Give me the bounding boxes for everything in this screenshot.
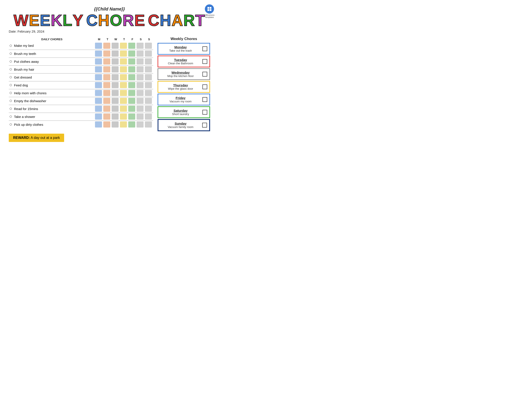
day-checkbox-cell[interactable] [103,89,112,97]
day-checkbox-cell[interactable] [145,105,153,113]
day-checkbox-cell[interactable] [145,89,153,97]
day-box [128,113,135,120]
day-checkbox-cell[interactable] [103,50,112,57]
day-checkbox-cell[interactable] [137,65,145,73]
weekly-checkbox[interactable] [202,84,207,89]
weekly-checkbox[interactable] [202,72,207,76]
day-checkbox-cell[interactable] [137,81,145,89]
day-checkbox-cell[interactable] [137,57,145,65]
day-checkbox-cell[interactable] [128,50,137,57]
day-checkbox-cell[interactable] [145,42,153,50]
day-checkbox-cell[interactable] [112,81,120,89]
day-checkbox-cell[interactable] [120,50,128,57]
day-checkbox-cell[interactable] [95,50,103,57]
day-checkbox-cell[interactable] [95,42,103,50]
day-checkbox-cell[interactable] [120,65,128,73]
day-checkbox-cell[interactable] [137,50,145,57]
day-checkbox-cell[interactable] [95,113,103,121]
day-checkbox-cell[interactable] [112,73,120,81]
day-checkbox-cell[interactable] [137,97,145,105]
day-checkbox-cell[interactable] [145,81,153,89]
day-checkbox-cell[interactable] [103,65,112,73]
weekly-items-list: Monday Take out the trash Tuesday Clean … [158,43,210,131]
day-checkbox-cell[interactable] [137,121,145,128]
day-checkbox-cell[interactable] [112,65,120,73]
day-checkbox-cell[interactable] [112,57,120,65]
day-checkbox-cell[interactable] [95,97,103,105]
chore-label: Brush my hair [14,68,34,71]
day-checkbox-cell[interactable] [128,105,137,113]
day-checkbox-cell[interactable] [128,42,137,50]
day-checkbox-cell[interactable] [137,73,145,81]
day-checkbox-cell[interactable] [120,105,128,113]
day-checkbox-cell[interactable] [137,113,145,121]
day-checkbox-cell[interactable] [120,113,128,121]
logo-svg [207,6,212,12]
day-checkbox-cell[interactable] [137,89,145,97]
chore-name-cell: Make my bed [9,42,95,50]
day-checkbox-cell[interactable] [112,97,120,105]
table-row: Make my bed [9,42,153,50]
day-checkbox-cell[interactable] [103,57,112,65]
day-checkbox-cell[interactable] [95,65,103,73]
day-checkbox-cell[interactable] [120,89,128,97]
day-checkbox-cell[interactable] [95,105,103,113]
day-checkbox-cell[interactable] [120,97,128,105]
day-checkbox-cell[interactable] [120,81,128,89]
day-checkbox-cell[interactable] [128,89,137,97]
day-checkbox-cell[interactable] [103,105,112,113]
day-checkbox-cell[interactable] [145,97,153,105]
weekly-checkbox[interactable] [202,123,207,128]
day-checkbox-cell[interactable] [145,113,153,121]
day-box [128,58,135,65]
day-checkbox-cell[interactable] [120,121,128,128]
day-checkbox-cell[interactable] [103,42,112,50]
day-checkbox-cell[interactable] [128,57,137,65]
day-checkbox-cell[interactable] [128,81,137,89]
day-checkbox-cell[interactable] [145,65,153,73]
day-checkbox-cell[interactable] [103,97,112,105]
child-name[interactable]: {{Child Name}} [9,7,210,12]
weekly-checkbox[interactable] [202,97,207,102]
chore-label: Pick up dirty clothes [14,123,43,126]
day-checkbox-cell[interactable] [128,121,137,128]
day-checkbox-cell[interactable] [128,97,137,105]
day-checkbox-cell[interactable] [95,81,103,89]
day-checkbox-cell[interactable] [120,42,128,50]
title-word-chore: CHORE [86,12,145,28]
day-checkbox-cell[interactable] [145,50,153,57]
day-header-t2: T [120,37,128,42]
day-checkbox-cell[interactable] [112,42,120,50]
day-checkbox-cell[interactable] [95,89,103,97]
day-checkbox-cell[interactable] [95,73,103,81]
day-checkbox-cell[interactable] [145,57,153,65]
day-checkbox-cell[interactable] [95,121,103,128]
chore-name-cell: Put clothes away [9,57,95,65]
day-checkbox-cell[interactable] [112,113,120,121]
day-box [112,43,119,49]
day-checkbox-cell[interactable] [112,121,120,128]
title-word-chart: CHART [148,12,205,28]
weekly-checkbox[interactable] [202,46,207,51]
day-checkbox-cell[interactable] [145,121,153,128]
day-checkbox-cell[interactable] [112,89,120,97]
weekly-checkbox[interactable] [202,59,207,64]
day-checkbox-cell[interactable] [103,113,112,121]
day-checkbox-cell[interactable] [137,42,145,50]
day-checkbox-cell[interactable] [103,73,112,81]
day-checkbox-cell[interactable] [112,50,120,57]
day-checkbox-cell[interactable] [145,73,153,81]
day-checkbox-cell[interactable] [103,121,112,128]
day-checkbox-cell[interactable] [120,73,128,81]
day-checkbox-cell[interactable] [128,65,137,73]
bullet-icon [10,100,12,102]
day-checkbox-cell[interactable] [120,57,128,65]
day-checkbox-cell[interactable] [103,81,112,89]
day-checkbox-cell[interactable] [95,57,103,65]
day-checkbox-cell[interactable] [128,113,137,121]
day-checkbox-cell[interactable] [137,105,145,113]
day-checkbox-cell[interactable] [128,73,137,81]
day-checkbox-cell[interactable] [112,105,120,113]
day-box [120,43,127,49]
weekly-checkbox[interactable] [202,110,207,115]
